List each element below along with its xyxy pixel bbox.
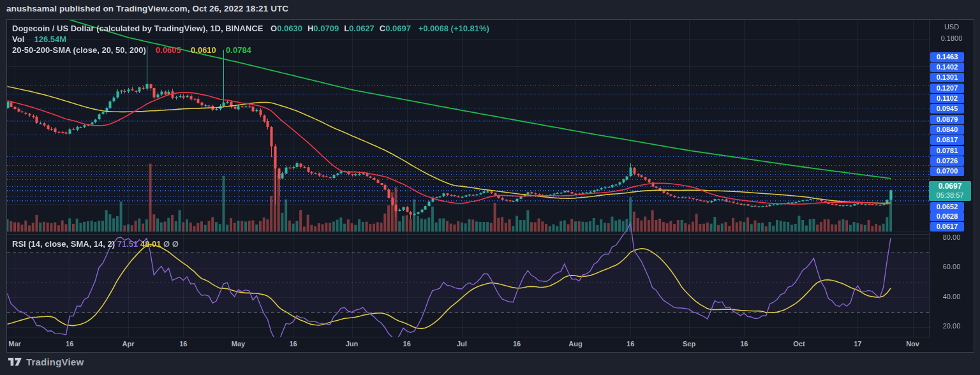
rsi-axis-tick: 80.00 bbox=[930, 233, 974, 241]
time-axis-label: 16 bbox=[179, 340, 187, 348]
axis-currency-label: USD bbox=[930, 23, 974, 31]
footer: TradingView bbox=[8, 356, 84, 368]
publish-header: anushsamal published on TradingView.com,… bbox=[6, 4, 288, 13]
time-axis-label: 16 bbox=[513, 340, 521, 348]
tradingview-logo-icon bbox=[8, 356, 22, 368]
price-level-label[interactable]: 0.0700 bbox=[930, 166, 964, 176]
price-level-label[interactable]: 0.0817 bbox=[930, 135, 964, 145]
symbol-title-row: Dogecoin / US Dollar (calculated by Trad… bbox=[12, 23, 489, 34]
time-axis-label: Jun bbox=[346, 340, 359, 348]
time-axis-label: Jul bbox=[457, 340, 467, 348]
price-level-label[interactable]: 0.1301 bbox=[930, 73, 964, 82]
rsi-upper-band-value: Ø bbox=[163, 239, 170, 249]
price-level-label[interactable]: 0.0945 bbox=[930, 104, 964, 114]
sma-label: 20-50-200-SMA (close, 20, 50, 200) bbox=[12, 45, 146, 55]
price-level-label[interactable]: 0.0879 bbox=[930, 115, 964, 124]
ohlc-value: 0.0627 bbox=[349, 24, 375, 33]
tradingview-brand[interactable]: TradingView bbox=[26, 357, 84, 367]
time-axis-label: 16 bbox=[627, 340, 634, 348]
time-axis-label: Sep bbox=[683, 340, 695, 348]
ohlc-value: 0.0697 bbox=[385, 24, 411, 33]
time-axis-label: Nov bbox=[906, 340, 919, 348]
price-level-label[interactable]: 0.1102 bbox=[930, 94, 964, 103]
time-axis-label: 17 bbox=[854, 340, 861, 348]
symbol-legend: Dogecoin / US Dollar (calculated by Trad… bbox=[12, 23, 489, 55]
price-level-label[interactable]: 0.0840 bbox=[930, 125, 964, 135]
price-level-label[interactable]: 0.0628 bbox=[930, 212, 964, 221]
price-level-label[interactable]: 0.0652 bbox=[930, 202, 964, 212]
time-axis-label: Aug bbox=[568, 340, 582, 348]
time-axis-label: Mar bbox=[8, 340, 21, 348]
time-axis-label: 16 bbox=[289, 340, 297, 348]
sma20-value: 0.0605 bbox=[156, 45, 181, 55]
price-level-label[interactable]: 0.0726 bbox=[930, 156, 964, 166]
ohlc-key: C bbox=[380, 24, 385, 33]
axis-grid-label: 0.1800 bbox=[930, 34, 974, 42]
time-axis-label: 16 bbox=[403, 340, 411, 348]
bar-countdown: 05:38:57 bbox=[929, 191, 971, 200]
ohlc-key: L bbox=[344, 24, 349, 33]
sma50-value: 0.0610 bbox=[191, 45, 216, 55]
price-level-label[interactable]: 0.1463 bbox=[930, 52, 964, 62]
ohlc-values: O0.0630H0.0709L0.0627C0.0697 bbox=[271, 24, 416, 33]
price-level-label[interactable]: 0.1402 bbox=[930, 62, 964, 72]
rsi-axis-tick: 60.00 bbox=[930, 263, 974, 270]
rsi-lower-band-value: Ø bbox=[172, 239, 179, 249]
volume-value: 126.54M bbox=[34, 34, 67, 44]
change-value: +0.0068 (+10.81%) bbox=[419, 24, 489, 33]
price-chart-canvas[interactable] bbox=[7, 20, 930, 337]
time-axis-label: Apr bbox=[122, 340, 135, 348]
tradingview-published-chart: { "publish_header": "anushsamal publishe… bbox=[0, 0, 980, 375]
volume-label: Vol bbox=[12, 34, 24, 44]
rsi-value: 71.51 bbox=[117, 239, 138, 249]
time-axis-label: 16 bbox=[66, 340, 73, 348]
ohlc-value: 0.0709 bbox=[313, 24, 339, 33]
rsi-axis-tick: 20.00 bbox=[930, 322, 974, 330]
sma-row: 20-50-200-SMA (close, 20, 50, 200) 0.060… bbox=[12, 45, 489, 55]
time-axis-label: Oct bbox=[793, 340, 805, 348]
symbol-title: Dogecoin / US Dollar (calculated by Trad… bbox=[12, 24, 263, 33]
price-level-label[interactable]: 0.0617 bbox=[930, 222, 964, 232]
ohlc-key: H bbox=[308, 24, 313, 33]
rsi-axis-tick: 40.00 bbox=[930, 293, 974, 300]
ohlc-value: 0.0630 bbox=[277, 24, 302, 33]
rsi-sma-value: 48.01 bbox=[140, 239, 161, 249]
time-axis[interactable]: Mar16Apr16May16Jun16Jul16Aug16Sep16Oct17… bbox=[7, 337, 930, 352]
price-level-label[interactable]: 0.0781 bbox=[930, 146, 964, 156]
time-axis-label: 16 bbox=[740, 340, 748, 348]
ohlc-key: O bbox=[271, 24, 277, 33]
time-axis-label: May bbox=[232, 340, 245, 348]
price-axis[interactable]: USD 0.1800 0.0697 05:38:57 0.14630.14020… bbox=[929, 20, 974, 337]
last-price-value: 0.0697 bbox=[929, 181, 971, 191]
volume-row: Vol 126.54M bbox=[12, 34, 489, 45]
last-price-label: 0.0697 05:38:57 bbox=[929, 181, 971, 201]
rsi-legend: RSI (14, close, SMA, 14, 2) 71.51 48.01 … bbox=[12, 239, 179, 249]
rsi-label: RSI (14, close, SMA, 14, 2) bbox=[12, 239, 115, 249]
chart-frame: Dogecoin / US Dollar (calculated by Trad… bbox=[6, 19, 974, 353]
price-level-label[interactable]: 0.1207 bbox=[930, 84, 964, 93]
sma200-value: 0.0784 bbox=[226, 45, 251, 55]
